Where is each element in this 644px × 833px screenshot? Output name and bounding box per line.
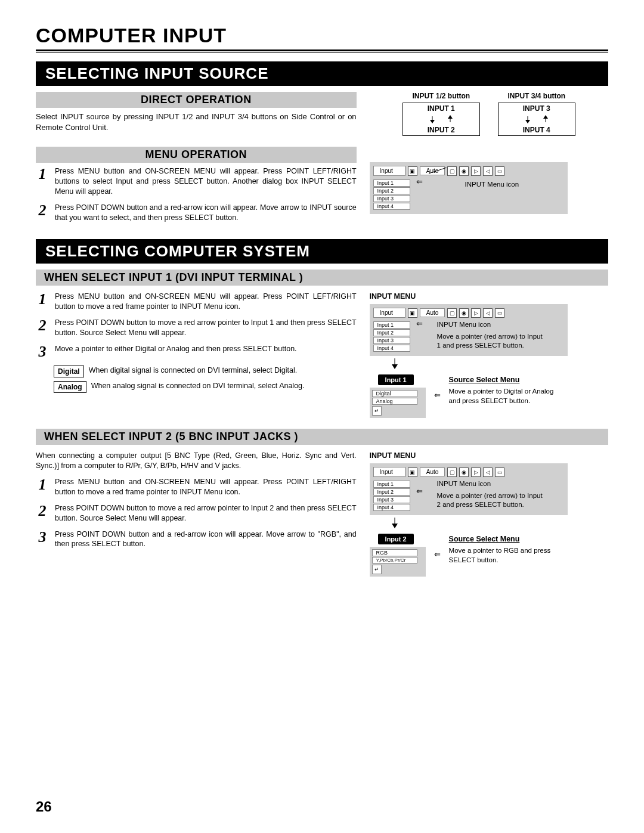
caption: INPUT Menu icon (437, 320, 544, 330)
return-icon: ↵ (372, 406, 382, 416)
osd-source-select: Digital Analog ↵ (370, 388, 426, 418)
osd-auto: Auto (420, 308, 445, 317)
subheading-direct-operation: DIRECT OPERATION (36, 92, 357, 108)
input-12-button-diagram: INPUT 1/2 button INPUT 1 INPUT 2 (402, 92, 480, 136)
osd-item: Input 2 (373, 187, 410, 194)
rule-thick (36, 49, 608, 51)
label: INPUT 2 (405, 126, 477, 134)
osd-title: Input (373, 467, 405, 477)
menu-icon: ▷ (471, 467, 481, 477)
osd-item: Digital (372, 390, 417, 397)
page-title: COMPUTER INPUT (36, 24, 608, 47)
step-text: Press POINT DOWN button to move a red ar… (55, 503, 357, 524)
menu-icon: ◉ (459, 166, 469, 176)
step-number: 2 (36, 318, 49, 333)
osd-item: Input 1 (373, 179, 410, 187)
osd-item: Input 4 (373, 203, 410, 210)
toggle-arrows-icon (513, 115, 561, 123)
step-text: Press POINT DOWN button and a red-arrow … (55, 529, 357, 550)
step-text: Press POINT DOWN button and a red-arrow … (55, 203, 357, 223)
menu-icon: ▢ (447, 308, 457, 318)
step-text: Press MENU button and ON-SCREEN MENU wil… (55, 292, 357, 312)
step-text: Press MENU button and ON-SCREEN MENU wil… (55, 477, 357, 497)
label: INPUT 4 (501, 126, 572, 134)
menu-icon: ◁ (483, 467, 493, 477)
osd-title: Input (373, 166, 405, 176)
osd-input-menu: Input ▣ Auto ▢ ◉ ▷ ◁ ▭ Input 1 Input 2 I… (370, 304, 568, 356)
osd-item: Input 3 (373, 195, 410, 202)
label-source-select-menu: Source Select Menu (449, 534, 556, 544)
input-icon: ▣ (408, 467, 417, 477)
caption: INPUT Menu icon (465, 180, 519, 190)
svg-marker-10 (392, 364, 398, 369)
label-analog: Analog (54, 381, 86, 393)
down-arrow-icon (390, 358, 400, 369)
input-34-button-diagram: INPUT 3/4 button INPUT 3 INPUT 4 (498, 92, 575, 136)
subheading-bnc: WHEN SELECT INPUT 2 (5 BNC INPUT JACKS ) (36, 429, 608, 445)
subheading-menu-operation: MENU OPERATION (36, 147, 357, 163)
pointer-arrow-icon: ⇐ (434, 391, 441, 400)
osd-item: Input 1 (373, 321, 410, 329)
osd-item: Input 4 (373, 504, 410, 511)
input-tab: Input 1 (378, 374, 414, 385)
menu-icon: ◁ (483, 166, 493, 176)
caption: Move a pointer to RGB and press SELECT b… (449, 546, 556, 565)
osd-item: Input 1 (373, 481, 410, 488)
input-icon: ▣ (408, 308, 417, 318)
osd-item: Input 3 (373, 496, 410, 503)
diagram-label: INPUT 3/4 button (498, 92, 575, 100)
menu-icon: ▷ (471, 166, 481, 176)
section-heading: SELECTING INPUT SOURCE (36, 61, 608, 86)
section-heading: SELECTING COMPUTER SYSTEM (36, 239, 608, 264)
rule-thin (36, 52, 608, 53)
return-icon: ↵ (372, 565, 382, 574)
label-input-menu: INPUT MENU (370, 292, 608, 302)
menu-icon: ◉ (459, 308, 469, 318)
osd-item: Input 2 (373, 329, 410, 336)
step-number: 2 (36, 503, 49, 519)
menu-icon: ◁ (483, 308, 493, 318)
step-text: Move a pointer to either Digital or Anal… (55, 344, 297, 354)
label: INPUT 1 (405, 104, 477, 113)
label-input-menu: INPUT MENU (370, 451, 608, 461)
paragraph: When analog signal is connected on DVI t… (91, 381, 305, 391)
pointer-arrow-icon: ⇐ (416, 487, 423, 496)
osd-item: Analog (372, 398, 417, 405)
menu-icon: ▭ (495, 166, 504, 176)
osd-item: Input 2 (373, 488, 410, 496)
menu-icon: ▭ (495, 308, 504, 318)
svg-marker-3 (448, 115, 453, 119)
input-tab: Input 2 (378, 534, 414, 544)
menu-icon: ▭ (495, 467, 504, 477)
down-arrow-icon (390, 518, 400, 528)
step-number: 1 (36, 292, 49, 307)
step-number: 2 (36, 203, 49, 218)
osd-source-select: RGB Y,Pb/Cb,Pr/Cr ↵ (370, 547, 426, 577)
step-number: 3 (36, 344, 49, 360)
osd-input-menu: Input ▣ Auto ▢ ◉ ▷ ◁ ▭ Input 1 Input 2 I… (370, 463, 568, 515)
subheading-dvi: WHEN SELECT INPUT 1 (DVI INPUT TERMINAL … (36, 270, 608, 286)
step-number: 1 (36, 477, 49, 493)
osd-item: Input 4 (373, 345, 410, 352)
caption: INPUT Menu icon (437, 479, 544, 489)
pointer-arrow-icon: ⇐ (416, 177, 423, 186)
osd-title: Input (373, 308, 405, 318)
label: INPUT 3 (501, 104, 572, 113)
menu-icon: ▷ (471, 308, 481, 318)
osd-input-menu: Input ▣ Auto ▢ ◉ ▷ ◁ ▭ Input 1 Input 2 I… (370, 162, 568, 214)
svg-line-8 (429, 168, 447, 174)
step-text: Press POINT DOWN button to move a red ar… (55, 318, 357, 338)
caption: Move a pointer (red arrow) to Input 2 an… (437, 491, 544, 510)
input-icon: ▣ (408, 166, 417, 176)
step-number: 3 (36, 529, 49, 545)
svg-marker-5 (525, 120, 530, 123)
svg-marker-1 (430, 120, 435, 123)
pointer-arrow-icon: ⇐ (416, 319, 423, 328)
osd-item: RGB (372, 549, 417, 556)
page-number: 26 (36, 798, 52, 815)
osd-auto: Auto (420, 467, 445, 476)
menu-icon: ◉ (459, 467, 469, 477)
svg-marker-7 (543, 115, 548, 119)
step-number: 1 (36, 166, 49, 182)
label-digital: Digital (54, 366, 84, 377)
